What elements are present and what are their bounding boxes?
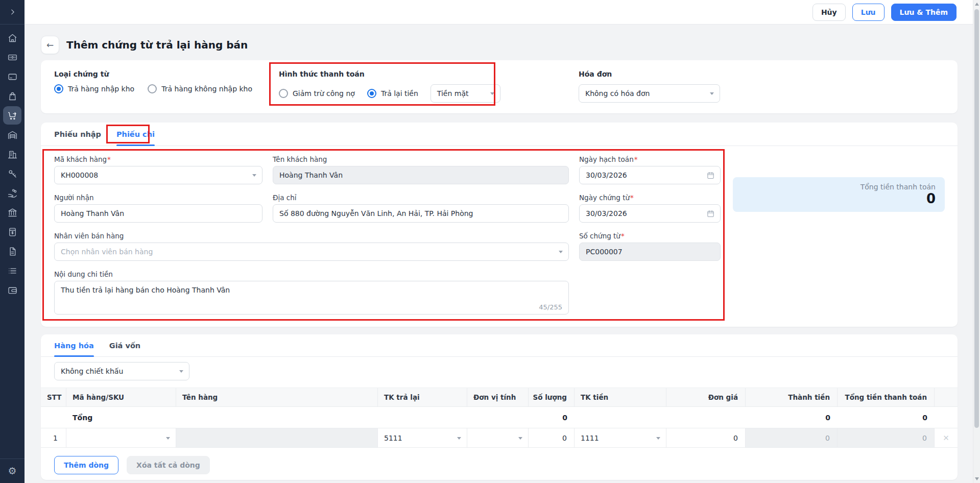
scroll-up-icon[interactable] [975,3,979,6]
invoice-select[interactable]: Không có hóa đơn [579,84,720,103]
page-title: Thêm chứng từ trả lại hàng bán [66,39,248,51]
chevron-down-icon [656,437,660,440]
row-index: 1 [41,428,66,447]
customer-code-label: Mã khách hàng* [54,155,262,163]
salesperson-label: Nhân viên bán hàng [54,232,569,240]
payment-cell: 0 [838,428,935,447]
shopping-bag-icon[interactable] [3,87,21,105]
items-table: STT Mã hàng/SKU Tên hàng TK trả lại Đơn … [41,388,958,448]
hand-coins-icon[interactable] [3,184,21,202]
calendar-icon[interactable] [706,209,715,218]
document-icon[interactable] [3,242,21,260]
total-row-label: Tổng [66,407,176,428]
payment-method-select[interactable]: Tiền mặt [431,84,500,103]
chevron-right-icon[interactable] [3,3,21,21]
customer-name-field [273,166,569,184]
tab-gia-von[interactable]: Giá vốn [109,334,140,356]
voucher-options-card: Loại chứng từ Trả hàng nhập kho Trả hàng… [41,60,958,113]
save-button[interactable]: Lưu [852,4,885,21]
table-header-row: STT Mã hàng/SKU Tên hàng TK trả lại Đơn … [41,388,958,407]
delete-all-rows-button[interactable]: Xóa tất cả dòng [127,456,210,474]
warehouse-icon[interactable] [3,126,21,144]
radio-tra-hang-khong-nhap-kho[interactable]: Trả hàng không nhập kho [148,84,252,93]
chevron-down-icon [490,92,494,95]
payment-method-label: Hình thức thanh toán [279,70,579,78]
radio-giam-tru-cong-no[interactable]: Giảm trừ công nợ [279,89,355,98]
add-row-button[interactable]: Thêm dòng [54,456,118,474]
cancel-button[interactable]: Hủy [812,4,846,21]
posting-date-label: Ngày hạch toán* [579,155,721,163]
table-total-row: Tổng 0 0 0 [41,407,958,428]
scroll-down-icon[interactable] [975,477,979,480]
back-button[interactable]: ← [41,36,59,54]
address-field[interactable] [273,204,569,223]
note-label: Nội dung chi tiền [54,270,569,278]
receiver-label: Người nhận [54,194,262,202]
bank-icon[interactable] [3,203,21,222]
credit-card-icon[interactable] [3,67,21,86]
customer-code-select[interactable] [54,166,262,184]
address-label: Địa chỉ [273,194,569,202]
company-icon[interactable] [3,145,21,163]
chevron-down-icon [457,437,461,440]
customer-name-label: Tên khách hàng [273,155,569,163]
receiver-field[interactable] [54,204,262,223]
doc-number-label: Số chứng từ* [579,232,721,240]
unit-price-cell[interactable]: 0 [666,428,746,447]
table-row: 1 5111 0 1111 0 0 0 ✕ [41,428,958,448]
unit-select[interactable] [467,428,529,447]
voucher-detail-card: Phiếu nhập Phiếu chi Mã khách hàng* Tên … [41,123,958,327]
amount-cell: 0 [746,428,838,447]
save-and-add-button[interactable]: Lưu & Thêm [891,4,957,21]
tab-hang-hoa[interactable]: Hàng hóa [54,334,94,356]
home-icon[interactable] [3,29,21,47]
calendar-icon[interactable] [706,171,715,180]
key-icon[interactable] [3,164,21,183]
total-amount: 0 [746,407,838,428]
total-qty: 0 [529,407,575,428]
topbar: Hủy Lưu Lưu & Thêm [25,0,980,25]
chevron-down-icon [518,437,522,440]
sidebar: ⚙ [0,0,25,483]
back-arrow-icon: ← [46,40,54,50]
discount-select[interactable]: Không chiết khấu [54,362,189,380]
tab-phieu-nhap[interactable]: Phiếu nhập [54,123,101,146]
tab-phieu-chi[interactable]: Phiếu chi [116,123,155,146]
page: ⚙ Hủy Lưu Lưu & Thêm ← Thêm chứng từ trả… [0,0,980,483]
chevron-down-icon [166,437,170,440]
chevron-down-icon [179,370,183,373]
return-account-select[interactable]: 5111 [378,428,467,447]
chevron-down-icon [710,92,714,95]
total-payment-label: Tổng tiền thanh toán [742,183,936,191]
posting-date-field[interactable] [579,166,721,184]
cash-account-select[interactable]: 1111 [575,428,666,447]
doc-date-label: Ngày chứng từ* [579,194,721,202]
total-payment: 0 [838,407,935,428]
chevron-down-icon [559,251,563,253]
vertical-scrollbar[interactable] [973,0,980,483]
total-payment-value: 0 [742,191,936,207]
doc-number-field [579,243,721,261]
radio-tra-lai-tien[interactable]: Trả lại tiền [367,89,418,98]
radio-selected-icon [54,84,63,93]
note-field[interactable]: Thu tiền trả lại hàng bán cho Hoàng Than… [54,281,569,315]
doc-date-field[interactable] [579,204,721,223]
char-counter: 45/255 [539,303,562,311]
wallet-icon[interactable] [3,281,21,299]
chevron-down-icon [252,174,256,177]
radio-tra-hang-nhap-kho[interactable]: Trả hàng nhập kho [54,84,134,93]
salesperson-select[interactable] [54,243,569,261]
radio-unselected-icon [148,84,157,93]
shopping-cart-icon[interactable] [3,106,21,125]
radio-unselected-icon [279,89,288,98]
invoice-label: Hóa đơn [579,70,720,78]
list-icon[interactable] [3,261,21,280]
delete-row-icon[interactable]: ✕ [935,428,958,447]
gear-icon[interactable]: ⚙ [3,462,21,480]
sku-select[interactable] [66,428,176,447]
total-payment-summary: Tổng tiền thanh toán 0 [733,177,945,212]
scrollbar-thumb[interactable] [974,9,979,428]
qty-cell[interactable]: 0 [529,428,575,447]
cash-invoice-icon[interactable] [3,223,21,241]
cash-register-icon[interactable] [3,48,21,66]
